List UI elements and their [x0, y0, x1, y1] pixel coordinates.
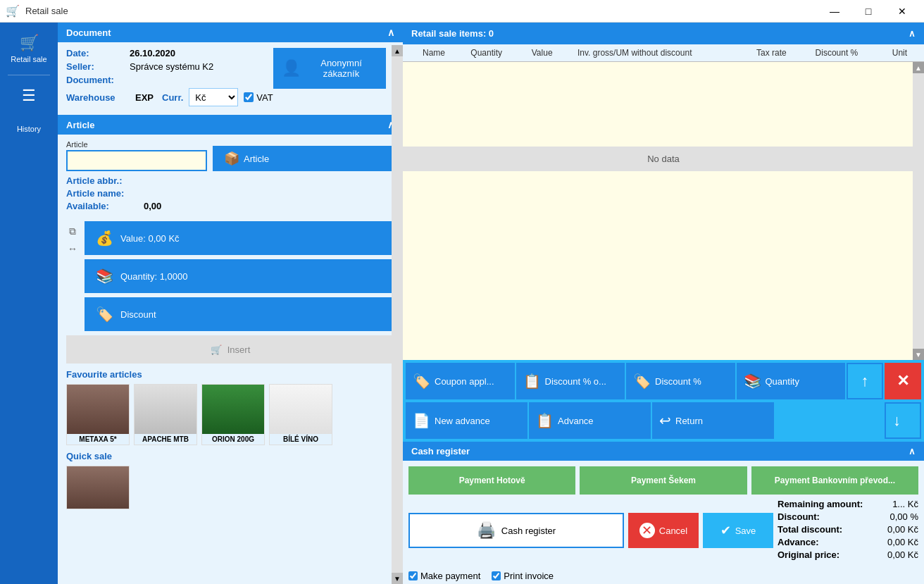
scroll-up-btn[interactable]: ▲: [392, 45, 403, 56]
value-btn-label: Value: 0,00 Kč: [120, 233, 180, 244]
date-row: Date: 26.10.2020: [66, 48, 275, 58]
vat-checkbox[interactable]: [244, 92, 254, 102]
sidebar: 🛒 Retail sale ☰ History: [0, 23, 58, 584]
anon-customer-button[interactable]: 👤 Anonymní zákazník: [273, 48, 386, 89]
advance-button[interactable]: 📋 Advance: [529, 402, 651, 439]
fav-item-3[interactable]: BÍLÉ VÍNO: [269, 384, 332, 445]
print-invoice-checkbox[interactable]: [492, 571, 501, 580]
fav-img-0: [67, 385, 129, 434]
cash-header-title: Cash register: [411, 446, 470, 456]
delete-icon: ✕: [897, 372, 909, 390]
cash-register-section: Cash register ∧ Payment Hotově Payment Š…: [403, 442, 924, 584]
minimize-button[interactable]: —: [818, 0, 851, 23]
retail-items-title: Retail sale items: 0: [411, 28, 494, 39]
document-chevron[interactable]: ∧: [387, 27, 394, 38]
quick-sale-section: Quick sale: [58, 451, 403, 515]
save-button[interactable]: ✔ Save: [703, 513, 773, 548]
warehouse-label: Warehouse: [66, 92, 130, 103]
items-section: Name Quantity Value Inv. gross/UM withou…: [403, 44, 924, 360]
make-payment-checkbox[interactable]: [408, 571, 418, 580]
article-input[interactable]: [66, 150, 207, 171]
scroll-down-button[interactable]: ▼: [913, 349, 924, 360]
col-quantity: Quantity: [465, 44, 525, 62]
payment-sekem-button[interactable]: Payment Šekem: [580, 466, 747, 495]
col-inv-gross: Inv. gross/UM without discount: [572, 44, 751, 62]
quick-item-0[interactable]: [66, 466, 130, 509]
left-scrollbar: ▲ ▼: [392, 45, 403, 584]
discount-pct-button[interactable]: 🏷️ Discount %: [626, 363, 735, 399]
app-icon: 🛒: [6, 4, 20, 18]
left-panel: Document ∧ Date: 26.10.2020 Seller: Sprá…: [58, 23, 403, 584]
delete-button[interactable]: ✕: [885, 363, 921, 399]
sidebar-item-hamburger[interactable]: ☰: [4, 81, 54, 111]
print-invoice-label: Print invoice: [492, 571, 554, 581]
checkboxes-row: Make payment Print invoice: [403, 568, 924, 584]
discount-icon: 🏷️: [96, 306, 113, 323]
titlebar: 🛒 Retail sale — □ ✕: [0, 0, 924, 23]
original-price-value: 0,00 Kč: [887, 549, 918, 560]
retail-items-chevron[interactable]: ∧: [909, 28, 916, 39]
fav-item-1[interactable]: APACHE MTB: [134, 384, 197, 445]
retail-items-header: Retail sale items: 0 ∧: [403, 23, 924, 44]
quantity-button[interactable]: 📚 Quantity: 1,0000: [85, 259, 394, 293]
article-input-label: Article: [66, 140, 207, 149]
coupon-apply-button[interactable]: 🏷️ Coupon appl...: [406, 363, 515, 399]
fav-item-0[interactable]: METAXA 5*: [66, 384, 130, 445]
quantity-action-button[interactable]: 📚 Quantity: [737, 363, 846, 399]
payment-bankovni-button[interactable]: Payment Bankovním převod...: [751, 466, 918, 495]
insert-button[interactable]: 🛒 Insert: [66, 335, 394, 364]
discount-pct-order-label: Discount % o...: [545, 376, 606, 387]
right-panel: Retail sale items: 0 ∧ Name Quantity Val…: [403, 23, 924, 584]
col-name: Name: [417, 44, 465, 62]
quick-sale-header: Quick sale: [66, 451, 394, 461]
titlebar-title: Retail sale: [25, 6, 68, 16]
col-discount-pct: Discount %: [810, 44, 887, 62]
cash-register-button[interactable]: 🖨️ Cash register: [408, 513, 624, 548]
value-button[interactable]: 💰 Value: 0,00 Kč: [85, 221, 394, 255]
cart-icon: 🛒: [20, 34, 39, 52]
arrow-up-button[interactable]: ↑: [847, 363, 883, 399]
warehouse-value: EXP: [135, 92, 154, 103]
article-header: Article ∧: [58, 115, 403, 135]
sidebar-history-label: History: [17, 125, 41, 133]
hamburger-icon: ☰: [22, 87, 36, 105]
cancel-label: Cancel: [659, 526, 687, 536]
action-btns: 💰 Value: 0,00 Kč 📚 Quantity: 1,0000 🏷️ D…: [85, 221, 394, 331]
sidebar-item-history[interactable]: History: [4, 119, 54, 139]
cash-actions: 🖨️ Cash register ✕ Cancel ✔ Save: [408, 513, 773, 548]
expand-icon-btn[interactable]: ↔: [66, 242, 79, 256]
new-advance-button[interactable]: 📄 New advance: [406, 402, 527, 439]
fav-label-1: APACHE MTB: [135, 434, 196, 445]
arrow-down-button[interactable]: ↓: [885, 402, 921, 439]
original-price-row: Original price: 0,00 Kč: [778, 549, 918, 560]
remaining-row: Remaining amount: 1... Kč: [778, 499, 918, 509]
original-price-label: Original price:: [778, 549, 839, 560]
quick-grid: [66, 466, 394, 509]
return-button[interactable]: ↩ Return: [652, 402, 774, 439]
cash-register-label: Cash register: [501, 526, 556, 536]
copy-icon-btn[interactable]: ⧉: [66, 224, 79, 239]
arrow-down-icon: ↓: [893, 411, 901, 430]
anon-btn-label: Anonymní zákazník: [305, 58, 377, 79]
cash-right: Remaining amount: 1... Kč Discount: 0,00…: [778, 499, 918, 562]
payment-hotove-button[interactable]: Payment Hotově: [408, 466, 575, 495]
col-tax-rate: Tax rate: [751, 44, 810, 62]
close-button[interactable]: ✕: [886, 0, 918, 23]
discount-pct-order-button[interactable]: 📋 Discount % o...: [516, 363, 625, 399]
available-row: Available: 0,00: [66, 201, 394, 211]
scroll-down-btn[interactable]: ▼: [392, 573, 403, 584]
discount-btn-label: Discount: [120, 309, 156, 320]
scroll-up-button[interactable]: ▲: [913, 62, 924, 73]
cancel-button[interactable]: ✕ Cancel: [628, 513, 699, 548]
maximize-button[interactable]: □: [852, 0, 885, 23]
discount-button[interactable]: 🏷️ Discount: [85, 297, 394, 331]
discount-info-value: 0,00 %: [890, 511, 918, 522]
article-button[interactable]: 📦 Article: [213, 146, 394, 171]
fav-item-2[interactable]: ORION 200G: [201, 384, 265, 445]
cash-header-chevron[interactable]: ∧: [909, 446, 916, 456]
advance-label: Advance: [558, 416, 594, 426]
table-header-row: Name Quantity Value Inv. gross/UM withou…: [403, 44, 924, 62]
currency-select[interactable]: Kč: [189, 88, 238, 106]
sidebar-item-retail[interactable]: 🛒 Retail sale: [4, 28, 54, 69]
article-title: Article: [66, 120, 94, 130]
